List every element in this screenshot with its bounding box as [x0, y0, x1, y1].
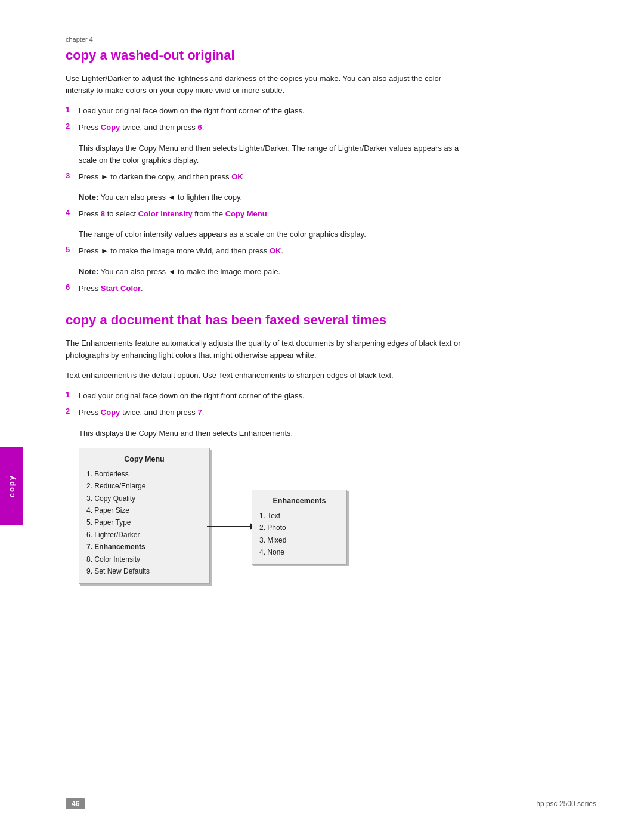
menu-item-9: 9. Set New Defaults [86, 565, 202, 577]
step-1-num: 1 [66, 105, 79, 114]
step-4-num: 4 [66, 208, 79, 217]
enh-item-1: 1. Text [259, 510, 339, 522]
step-1: 1 Load your original face down on the ri… [66, 105, 471, 117]
step-2-sub: This displays the Copy Menu and then sel… [79, 143, 471, 166]
start-color-link: Start Color [101, 284, 141, 293]
diagram-area: Copy Menu 1. Borderless 2. Reduce/Enlarg… [79, 448, 377, 579]
copy-link-2: Copy [101, 408, 120, 417]
step-6-text: Press Start Color. [79, 283, 471, 295]
footer-brand: hp psc 2500 series [536, 800, 596, 808]
section1-title: copy a washed-out original [66, 48, 596, 63]
step-3: 3 Press ► to darken the copy, and then p… [66, 171, 471, 183]
copy-link-1: Copy [101, 123, 120, 132]
s2-step-2: 2 Press Copy twice, and then press 7. [66, 407, 471, 419]
main-content: chapter 4 copy a washed-out original Use… [66, 36, 596, 579]
menu-item-5: 5. Paper Type [86, 516, 202, 528]
step-5-num: 5 [66, 245, 79, 254]
s2-step-1: 1 Load your original face down on the ri… [66, 390, 471, 402]
step-5-note: Note: You can also press ◄ to make the i… [79, 266, 471, 278]
8-link: 8 [101, 209, 105, 218]
copy-menu-link-1: Copy Menu [225, 209, 267, 218]
section2-intro2: Text enhancement is the default option. … [66, 370, 471, 382]
arrow-diagram [207, 519, 258, 534]
step-4-sub: The range of color intensity values appe… [79, 228, 471, 240]
section1-steps-cont3: 5 Press ► to make the image more vivid, … [66, 245, 471, 257]
step-6: 6 Press Start Color. [66, 283, 471, 295]
enh-item-4: 4. None [259, 546, 339, 558]
section2-steps: 1 Load your original face down on the ri… [66, 390, 471, 419]
color-intensity-link: Color Intensity [138, 209, 193, 218]
note-label-1: Note: [79, 193, 98, 202]
note-label-2: Note: [79, 267, 98, 276]
section1-intro: Use Lighter/Darker to adjust the lightne… [66, 73, 471, 97]
enh-item-3: 3. Mixed [259, 534, 339, 546]
section1-steps-cont4: 6 Press Start Color. [66, 283, 471, 295]
step-2-num: 2 [66, 122, 79, 131]
menu-item-6: 6. Lighter/Darker [86, 529, 202, 541]
step-5: 5 Press ► to make the image more vivid, … [66, 245, 471, 257]
s2-step-1-text: Load your original face down on the righ… [79, 390, 471, 402]
menu-item-8: 8. Color Intensity [86, 553, 202, 565]
side-tab: copy [0, 447, 23, 525]
page-container: copy chapter 4 copy a washed-out origina… [0, 0, 644, 833]
step-2-text: Press Copy twice, and then press 6. [79, 122, 471, 134]
menu-item-3: 3. Copy Quality [86, 493, 202, 504]
enh-item-2: 2. Photo [259, 522, 339, 534]
copy-menu-box: Copy Menu 1. Borderless 2. Reduce/Enlarg… [79, 448, 210, 584]
step-2: 2 Press Copy twice, and then press 6. [66, 122, 471, 134]
ok-link-2: OK [270, 246, 281, 255]
menu-item-1: 1. Borderless [86, 468, 202, 480]
section1-steps-cont: 3 Press ► to darken the copy, and then p… [66, 171, 471, 183]
6-link: 6 [197, 123, 202, 132]
enhancements-title: Enhancements [259, 495, 339, 507]
copy-menu-title: Copy Menu [86, 453, 202, 466]
ok-link-1: OK [231, 172, 243, 181]
page-number: 46 [66, 798, 85, 809]
step-3-num: 3 [66, 171, 79, 180]
step-3-note: Note: You can also press ◄ to lighten th… [79, 191, 471, 203]
step-4-text: Press 8 to select Color Intensity from t… [79, 208, 471, 220]
step-1-text: Load your original face down on the righ… [79, 105, 471, 117]
section1-steps-cont2: 4 Press 8 to select Color Intensity from… [66, 208, 471, 220]
s2-step-2-sub: This displays the Copy Menu and then sel… [79, 428, 471, 439]
step-6-num: 6 [66, 283, 79, 292]
menu-item-2: 2. Reduce/Enlarge [86, 480, 202, 492]
enhancements-box: Enhancements 1. Text 2. Photo 3. Mixed 4… [252, 490, 347, 565]
step-5-text: Press ► to make the image more vivid, an… [79, 245, 471, 257]
step-3-text: Press ► to darken the copy, and then pre… [79, 171, 471, 183]
section1-steps: 1 Load your original face down on the ri… [66, 105, 471, 134]
chapter-label: chapter 4 [66, 36, 596, 43]
section2-title: copy a document that has been faxed seve… [66, 312, 596, 328]
footer: 46 hp psc 2500 series [0, 798, 644, 809]
s2-step-2-num: 2 [66, 407, 79, 416]
menu-item-7-bold: 7. Enhancements [86, 541, 202, 553]
section2-intro1: The Enhancements feature automatically a… [66, 337, 471, 361]
s2-step-2-text: Press Copy twice, and then press 7. [79, 407, 471, 419]
s2-step-1-num: 1 [66, 390, 79, 399]
step-4: 4 Press 8 to select Color Intensity from… [66, 208, 471, 220]
menu-item-4: 4. Paper Size [86, 504, 202, 516]
7-link: 7 [197, 408, 202, 417]
side-tab-label: copy [7, 475, 16, 497]
